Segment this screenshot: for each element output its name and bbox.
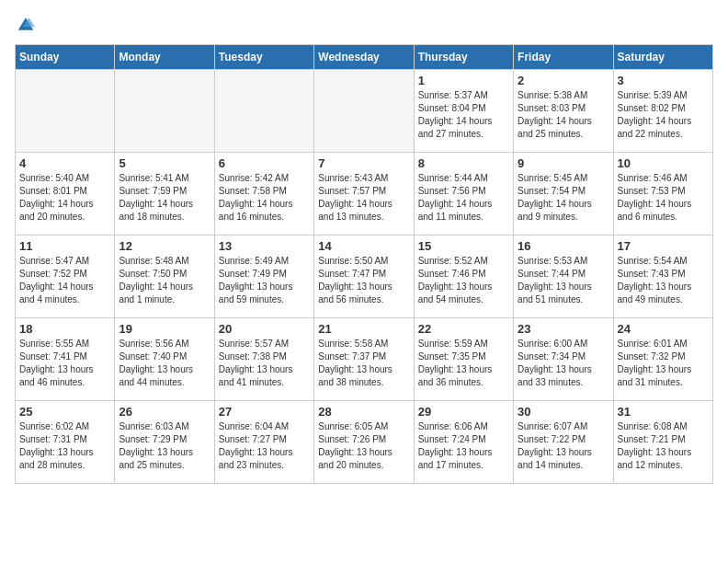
day-number: 7 [318, 156, 409, 170]
day-number: 8 [418, 156, 509, 170]
calendar-week-row: 25Sunrise: 6:02 AMSunset: 7:31 PMDayligh… [16, 401, 713, 484]
calendar-cell: 11Sunrise: 5:47 AMSunset: 7:52 PMDayligh… [16, 236, 115, 318]
calendar-week-row: 18Sunrise: 5:55 AMSunset: 7:41 PMDayligh… [16, 318, 713, 401]
day-info: Sunrise: 5:52 AMSunset: 7:46 PMDaylight:… [418, 255, 509, 306]
day-number: 19 [119, 322, 210, 336]
logo [15, 15, 35, 33]
calendar-cell: 16Sunrise: 5:53 AMSunset: 7:44 PMDayligh… [514, 236, 613, 318]
logo-icon [17, 15, 35, 33]
day-info: Sunrise: 5:42 AMSunset: 7:58 PMDaylight:… [219, 172, 310, 224]
calendar-cell: 12Sunrise: 5:48 AMSunset: 7:50 PMDayligh… [115, 236, 214, 318]
calendar-cell: 27Sunrise: 6:04 AMSunset: 7:27 PMDayligh… [214, 401, 313, 484]
calendar-cell: 18Sunrise: 5:55 AMSunset: 7:41 PMDayligh… [16, 318, 115, 401]
calendar-cell: 22Sunrise: 5:59 AMSunset: 7:35 PMDayligh… [414, 318, 513, 401]
calendar-cell: 9Sunrise: 5:45 AMSunset: 7:54 PMDaylight… [514, 153, 613, 236]
day-info: Sunrise: 6:07 AMSunset: 7:22 PMDaylight:… [518, 420, 609, 472]
day-number: 28 [318, 405, 409, 419]
day-info: Sunrise: 5:49 AMSunset: 7:49 PMDaylight:… [219, 255, 310, 306]
day-number: 10 [618, 156, 709, 170]
day-number: 27 [219, 405, 310, 419]
calendar-cell: 2Sunrise: 5:38 AMSunset: 8:03 PMDaylight… [514, 70, 613, 153]
day-info: Sunrise: 5:55 AMSunset: 7:41 PMDaylight:… [19, 338, 110, 389]
weekday-header: Wednesday [314, 45, 414, 70]
calendar-cell: 25Sunrise: 6:02 AMSunset: 7:31 PMDayligh… [16, 401, 115, 484]
day-number: 15 [418, 239, 509, 253]
day-number: 4 [19, 156, 110, 170]
day-number: 29 [418, 405, 509, 419]
day-info: Sunrise: 5:59 AMSunset: 7:35 PMDaylight:… [418, 338, 509, 389]
day-number: 24 [618, 322, 709, 336]
day-number: 21 [318, 322, 409, 336]
calendar-cell [314, 70, 414, 153]
day-number: 30 [518, 405, 609, 419]
weekday-header: Thursday [414, 45, 513, 70]
calendar-cell [16, 70, 115, 153]
calendar-cell: 29Sunrise: 6:06 AMSunset: 7:24 PMDayligh… [414, 401, 513, 484]
day-info: Sunrise: 6:06 AMSunset: 7:24 PMDaylight:… [418, 420, 509, 472]
calendar-cell: 30Sunrise: 6:07 AMSunset: 7:22 PMDayligh… [514, 401, 613, 484]
calendar-cell: 8Sunrise: 5:44 AMSunset: 7:56 PMDaylight… [414, 153, 513, 236]
calendar-cell: 20Sunrise: 5:57 AMSunset: 7:38 PMDayligh… [214, 318, 313, 401]
calendar-cell: 10Sunrise: 5:46 AMSunset: 7:53 PMDayligh… [613, 153, 712, 236]
day-info: Sunrise: 6:03 AMSunset: 7:29 PMDaylight:… [119, 420, 210, 472]
day-number: 22 [418, 322, 509, 336]
page-header [15, 15, 713, 33]
calendar-week-row: 4Sunrise: 5:40 AMSunset: 8:01 PMDaylight… [16, 153, 713, 236]
calendar-cell: 24Sunrise: 6:01 AMSunset: 7:32 PMDayligh… [613, 318, 712, 401]
calendar-cell: 28Sunrise: 6:05 AMSunset: 7:26 PMDayligh… [314, 401, 414, 484]
day-info: Sunrise: 6:04 AMSunset: 7:27 PMDaylight:… [219, 420, 310, 472]
calendar-table: SundayMondayTuesdayWednesdayThursdayFrid… [15, 44, 713, 484]
calendar-cell: 4Sunrise: 5:40 AMSunset: 8:01 PMDaylight… [16, 153, 115, 236]
day-info: Sunrise: 6:02 AMSunset: 7:31 PMDaylight:… [19, 420, 110, 472]
day-info: Sunrise: 5:41 AMSunset: 7:59 PMDaylight:… [119, 172, 210, 224]
calendar-cell [214, 70, 313, 153]
day-number: 31 [618, 405, 709, 419]
day-number: 5 [119, 156, 210, 170]
day-number: 1 [418, 74, 509, 87]
day-info: Sunrise: 5:43 AMSunset: 7:57 PMDaylight:… [318, 172, 409, 224]
day-number: 23 [518, 322, 609, 336]
day-info: Sunrise: 5:50 AMSunset: 7:47 PMDaylight:… [318, 255, 409, 306]
calendar-cell: 23Sunrise: 6:00 AMSunset: 7:34 PMDayligh… [514, 318, 613, 401]
calendar-cell: 7Sunrise: 5:43 AMSunset: 7:57 PMDaylight… [314, 153, 414, 236]
day-number: 3 [618, 74, 709, 87]
day-number: 18 [19, 322, 110, 336]
day-number: 17 [618, 239, 709, 253]
day-info: Sunrise: 5:45 AMSunset: 7:54 PMDaylight:… [518, 172, 609, 224]
day-info: Sunrise: 5:54 AMSunset: 7:43 PMDaylight:… [618, 255, 709, 306]
day-info: Sunrise: 5:37 AMSunset: 8:04 PMDaylight:… [418, 89, 509, 141]
day-number: 25 [19, 405, 110, 419]
day-info: Sunrise: 5:38 AMSunset: 8:03 PMDaylight:… [518, 89, 609, 141]
calendar-header-row: SundayMondayTuesdayWednesdayThursdayFrid… [16, 45, 713, 70]
day-number: 13 [219, 239, 310, 253]
weekday-header: Saturday [613, 45, 712, 70]
weekday-header: Friday [514, 45, 613, 70]
day-info: Sunrise: 6:01 AMSunset: 7:32 PMDaylight:… [618, 338, 709, 389]
day-info: Sunrise: 5:40 AMSunset: 8:01 PMDaylight:… [19, 172, 110, 224]
calendar-cell: 31Sunrise: 6:08 AMSunset: 7:21 PMDayligh… [613, 401, 712, 484]
day-number: 20 [219, 322, 310, 336]
calendar-cell: 19Sunrise: 5:56 AMSunset: 7:40 PMDayligh… [115, 318, 214, 401]
day-number: 6 [219, 156, 310, 170]
calendar-week-row: 11Sunrise: 5:47 AMSunset: 7:52 PMDayligh… [16, 236, 713, 318]
calendar-week-row: 1Sunrise: 5:37 AMSunset: 8:04 PMDaylight… [16, 70, 713, 153]
day-info: Sunrise: 5:46 AMSunset: 7:53 PMDaylight:… [618, 172, 709, 224]
weekday-header: Monday [115, 45, 214, 70]
calendar-cell: 26Sunrise: 6:03 AMSunset: 7:29 PMDayligh… [115, 401, 214, 484]
day-info: Sunrise: 5:56 AMSunset: 7:40 PMDaylight:… [119, 338, 210, 389]
day-info: Sunrise: 6:08 AMSunset: 7:21 PMDaylight:… [618, 420, 709, 472]
calendar-cell: 14Sunrise: 5:50 AMSunset: 7:47 PMDayligh… [314, 236, 414, 318]
calendar-cell: 3Sunrise: 5:39 AMSunset: 8:02 PMDaylight… [613, 70, 712, 153]
calendar-cell: 17Sunrise: 5:54 AMSunset: 7:43 PMDayligh… [613, 236, 712, 318]
day-info: Sunrise: 5:58 AMSunset: 7:37 PMDaylight:… [318, 338, 409, 389]
calendar-cell: 21Sunrise: 5:58 AMSunset: 7:37 PMDayligh… [314, 318, 414, 401]
day-info: Sunrise: 5:57 AMSunset: 7:38 PMDaylight:… [219, 338, 310, 389]
calendar-cell: 5Sunrise: 5:41 AMSunset: 7:59 PMDaylight… [115, 153, 214, 236]
day-number: 11 [19, 239, 110, 253]
day-info: Sunrise: 5:39 AMSunset: 8:02 PMDaylight:… [618, 89, 709, 141]
day-info: Sunrise: 5:44 AMSunset: 7:56 PMDaylight:… [418, 172, 509, 224]
day-info: Sunrise: 5:48 AMSunset: 7:50 PMDaylight:… [119, 255, 210, 306]
day-number: 12 [119, 239, 210, 253]
day-number: 2 [518, 74, 609, 87]
calendar-cell [115, 70, 214, 153]
